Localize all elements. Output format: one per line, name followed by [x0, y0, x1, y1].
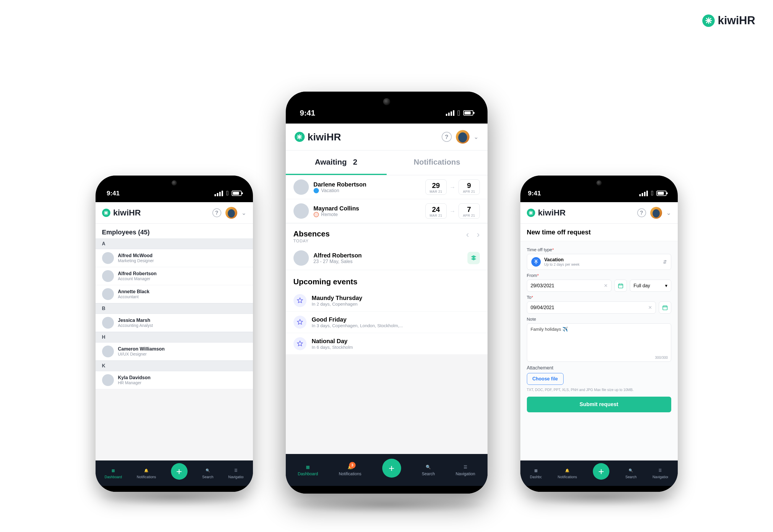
nav-notifications[interactable]: 🔔 Notifications	[137, 467, 156, 479]
employee-row[interactable]: Alfred McWoodMarketing Designer	[95, 249, 253, 267]
type-sub: Up to 2 days per week	[544, 262, 579, 267]
menu-icon: ☰	[234, 467, 238, 474]
signal-icon	[639, 191, 648, 196]
attach-label: Attachement	[527, 365, 671, 371]
dashboard-tabs: Awaiting 2 Notifications	[286, 150, 487, 175]
employee-row[interactable]: Annette BlackAccountant	[95, 285, 253, 303]
help-icon[interactable]: ?	[213, 208, 221, 217]
calendar-icon[interactable]	[659, 301, 671, 314]
avatar	[102, 270, 114, 282]
brand-name: kiwiHR	[538, 208, 565, 218]
fullday-select[interactable]: Full day ▾	[630, 280, 671, 292]
help-icon[interactable]: ?	[442, 132, 452, 142]
group-header: K	[95, 361, 253, 371]
submit-button[interactable]: Submit request	[527, 397, 671, 412]
chevron-down-icon[interactable]: ⌄	[666, 209, 671, 216]
search-icon: 🔍	[206, 467, 210, 474]
event-sub: In 6 days, Stockholm	[312, 345, 353, 350]
signal-icon	[446, 110, 454, 116]
event-row[interactable]: National DayIn 6 days, Stockholm	[286, 333, 487, 355]
chevron-down-icon[interactable]: ⌄	[474, 133, 479, 140]
nav-search[interactable]: 🔍 Search	[422, 464, 435, 476]
event-row[interactable]: Maundy ThursdayIn 2 days, Copenhagen	[286, 290, 487, 312]
avatar	[294, 203, 309, 219]
brand-name: kiwiHR	[718, 14, 755, 27]
to-date-input[interactable]: 09/04/2021 ✕	[527, 301, 656, 314]
note-textarea[interactable]: Family holidays ✈️ 300/300	[527, 323, 671, 362]
brand-logo-top: kiwiHR	[702, 14, 755, 27]
status-bar: 9:41 􀙇	[95, 187, 253, 200]
employee-row[interactable]: Kyla DavidsonHR Manager	[95, 371, 253, 389]
choose-file-button[interactable]: Choose file	[527, 373, 563, 385]
phone-camera	[597, 180, 602, 186]
next-day-button[interactable]: ›	[477, 229, 480, 239]
nav-notifications[interactable]: 🔔 Notifications	[557, 467, 577, 479]
note-counter: 300/300	[655, 356, 668, 360]
date-range: 29MAR 21 → 9APR 21	[425, 179, 480, 195]
clear-icon[interactable]: ✕	[648, 305, 652, 310]
user-avatar[interactable]	[650, 207, 662, 219]
tab-notifications[interactable]: Notifications	[387, 150, 487, 175]
absences-subtitle: TODAY	[294, 239, 330, 243]
user-avatar[interactable]	[456, 130, 469, 144]
battery-icon	[463, 110, 473, 116]
dashboard-icon: ▦	[534, 467, 537, 474]
wifi-icon: 􀙇	[457, 108, 460, 118]
nav-navigation[interactable]: ☰ Navigation	[653, 467, 668, 479]
fab-add[interactable]: +	[171, 463, 187, 480]
employee-row[interactable]: Alfred RobertsonAccount Manager	[95, 267, 253, 285]
user-avatar[interactable]	[226, 207, 237, 219]
fullday-value: Full day	[634, 283, 650, 288]
nav-dashboard[interactable]: ▦ Dashboard	[104, 467, 122, 479]
employee-role: HR Manager	[118, 380, 150, 385]
avatar	[102, 288, 114, 300]
calendar-icon[interactable]	[615, 280, 627, 292]
event-row[interactable]: Good FridayIn 3 days, Copenhagen, London…	[286, 312, 487, 333]
nav-dashboard[interactable]: ▦ Dashboard	[530, 467, 542, 479]
chevron-down-icon[interactable]: ⌄	[242, 209, 247, 216]
nav-dashboard[interactable]: ▦ Dashboard	[298, 464, 318, 476]
app-header: kiwiHR ? ⌄	[286, 124, 487, 150]
employee-row[interactable]: Cameron WilliamsonUI/UX Designer	[95, 343, 253, 361]
avatar	[102, 252, 114, 264]
status-bar: 9:41 􀙇	[520, 187, 678, 200]
type-value: Vacation	[544, 257, 579, 262]
employee-name: Alfred Robertson	[118, 271, 157, 276]
note-value: Family holidays ✈️	[531, 327, 568, 332]
avatar	[102, 317, 114, 329]
help-icon[interactable]: ?	[637, 208, 646, 217]
request-row[interactable]: Maynard Collins Remote 24MAR 21 → 7APR 2…	[286, 199, 487, 223]
employee-role: Accountant	[118, 294, 150, 299]
status-time: 9:41	[300, 108, 315, 118]
bottom-nav: ▦ Dashboard 🔔 Notifications + 🔍 Search ☰…	[520, 460, 678, 486]
request-type: Remote	[321, 212, 338, 217]
tab-awaiting[interactable]: Awaiting 2	[286, 150, 387, 175]
employee-list[interactable]: A Alfred McWoodMarketing Designer Alfred…	[95, 239, 253, 460]
prev-day-button[interactable]: ‹	[466, 229, 469, 239]
wifi-icon: 􀙇	[651, 189, 653, 197]
search-icon: 🔍	[426, 464, 431, 470]
battery-icon	[232, 191, 242, 196]
signal-icon	[215, 191, 223, 196]
requester-name: Maynard Collins	[314, 205, 359, 212]
to-value: 09/04/2021	[531, 305, 554, 310]
nav-navigation[interactable]: ☰ Navigation	[456, 464, 475, 476]
fab-add[interactable]: +	[593, 463, 610, 480]
nav-search[interactable]: 🔍 Search	[626, 467, 637, 479]
nav-navigation[interactable]: ☰ Navigation	[228, 467, 244, 479]
request-row[interactable]: Darlene Robertson Vacation 29MAR 21 → 9A…	[286, 175, 487, 199]
employee-row[interactable]: Jessica MarshAccounting Analyst	[95, 314, 253, 332]
fab-add[interactable]: +	[382, 459, 401, 478]
avatar	[102, 374, 114, 386]
star-icon	[294, 294, 307, 307]
nav-search[interactable]: 🔍 Search	[202, 467, 213, 479]
type-select[interactable]: Vacation Up to 2 days per week ⇵	[527, 254, 671, 270]
clear-icon[interactable]: ✕	[604, 283, 608, 288]
employee-role: UI/UX Designer	[118, 352, 165, 356]
from-label: From*	[527, 273, 671, 278]
absence-row[interactable]: Alfred Robertson 23 - 27 May, Sales	[286, 246, 487, 270]
from-date-input[interactable]: 29/03/2021 ✕	[527, 280, 612, 292]
phone-camera	[383, 98, 390, 105]
nav-notifications[interactable]: 🔔 3 Notifications	[339, 464, 361, 476]
dashboard-icon: ▦	[111, 467, 115, 474]
